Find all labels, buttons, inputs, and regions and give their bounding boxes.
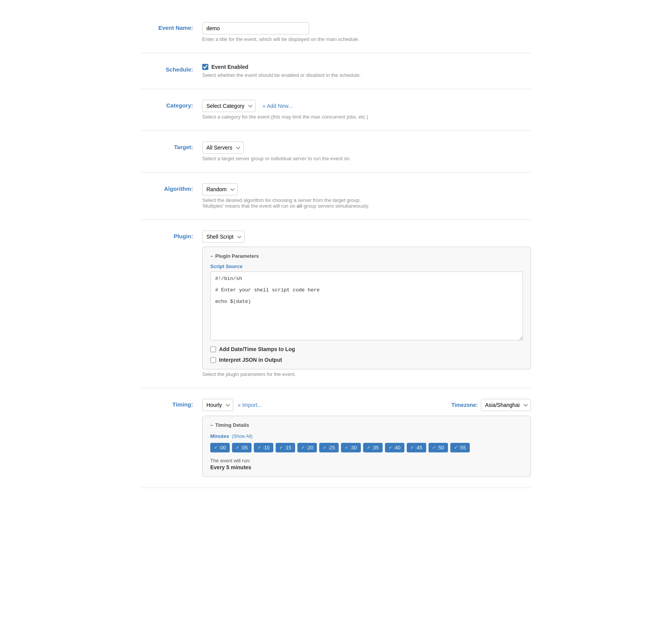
minutes-label: Minutes (Show All) xyxy=(210,433,523,439)
event-name-hint: Enter a title for the event, which will … xyxy=(202,36,531,42)
interpret-json-label: Interpret JSON in Output xyxy=(219,357,282,363)
show-all-link[interactable]: (Show All) xyxy=(232,434,253,439)
timing-select[interactable]: Hourly xyxy=(202,399,233,411)
timing-content: Hourly « Import... Timezone: Asia/Shangh… xyxy=(202,399,531,477)
target-content: All Servers Select a target server group… xyxy=(202,141,531,161)
timezone-select[interactable]: Asia/Shanghai xyxy=(481,399,531,411)
schedule-row: Schedule: Event Enabled Select whether t… xyxy=(141,53,531,89)
minute-button[interactable]: ✓:40 xyxy=(385,443,404,452)
timezone-label: Timezone: xyxy=(451,402,478,408)
script-source-label: Script Source xyxy=(210,263,523,269)
event-will-run: The event will run: Every 5 minutes xyxy=(210,458,523,470)
minute-button[interactable]: ✓:55 xyxy=(450,443,470,452)
interpret-json-row: Interpret JSON in Output xyxy=(210,357,523,363)
category-select[interactable]: Select Category xyxy=(202,100,256,112)
category-hint: Select a category for the event (this ma… xyxy=(202,114,531,120)
algorithm-hint: Select the desired algorithm for choosin… xyxy=(202,197,531,209)
add-date-stamp-label: Add Date/Time Stamps to Log xyxy=(219,346,295,352)
event-enabled-checkbox[interactable] xyxy=(202,64,208,70)
plugin-label: Plugin: xyxy=(141,231,202,239)
category-label: Category: xyxy=(141,100,202,109)
event-name-label: Event Name: xyxy=(141,22,202,31)
minute-button[interactable]: ✓:15 xyxy=(276,443,295,452)
timing-label: Timing: xyxy=(141,399,202,408)
schedule-content: Event Enabled Select whether the event s… xyxy=(202,64,531,78)
plugin-row: Plugin: Shell Script − Plugin Parameters… xyxy=(141,220,531,388)
interpret-json-checkbox[interactable] xyxy=(210,357,216,363)
event-enabled-checkbox-row: Event Enabled xyxy=(202,64,531,70)
minute-button[interactable]: ✓:20 xyxy=(297,443,317,452)
plugin-params-title-text: Plugin Parameters xyxy=(215,253,259,259)
minute-button[interactable]: ✓:10 xyxy=(254,443,273,452)
category-add-new-link[interactable]: « Add New... xyxy=(263,103,293,109)
plugin-hint: Select the plugin parameters for the eve… xyxy=(202,371,531,377)
event-name-content: Enter a title for the event, which will … xyxy=(202,22,531,42)
event-name-row: Event Name: Enter a title for the event,… xyxy=(141,11,531,53)
category-content: Select Category « Add New... Select a ca… xyxy=(202,100,531,120)
add-date-stamp-row: Add Date/Time Stamps to Log xyxy=(210,346,523,352)
category-row: Category: Select Category « Add New... S… xyxy=(141,89,531,131)
algorithm-select[interactable]: Random xyxy=(202,183,238,195)
script-source-textarea[interactable]: #!/bin/sh # Enter your shell script code… xyxy=(210,272,523,340)
minute-buttons-container: ✓:00✓:05✓:10✓:15✓:20✓:25✓:30✓:35✓:40✓:45… xyxy=(210,443,523,452)
target-label: Target: xyxy=(141,141,202,150)
event-name-input[interactable] xyxy=(202,22,309,34)
minute-button[interactable]: ✓:45 xyxy=(407,443,426,452)
timing-import-link[interactable]: « Import... xyxy=(238,402,262,408)
schedule-hint: Select whether the event should be enabl… xyxy=(202,72,531,78)
minute-button[interactable]: ✓:05 xyxy=(232,443,252,452)
minute-button[interactable]: ✓:30 xyxy=(341,443,360,452)
minute-button[interactable]: ✓:00 xyxy=(210,443,230,452)
algorithm-row: Algorithm: Random Select the desired alg… xyxy=(141,172,531,220)
timing-details-title: − Timing Details xyxy=(210,422,523,428)
timing-details-box: − Timing Details Minutes (Show All) ✓:00… xyxy=(202,416,531,477)
minute-button[interactable]: ✓:50 xyxy=(429,443,448,452)
algorithm-label: Algorithm: xyxy=(141,183,202,192)
schedule-label: Schedule: xyxy=(141,64,202,73)
plugin-params-box: − Plugin Parameters Script Source #!/bin… xyxy=(202,247,531,369)
algorithm-content: Random Select the desired algorithm for … xyxy=(202,183,531,209)
target-row: Target: All Servers Select a target serv… xyxy=(141,131,531,172)
minute-button[interactable]: ✓:35 xyxy=(363,443,383,452)
timing-details-collapse-icon[interactable]: − xyxy=(210,423,213,428)
event-enabled-label: Event Enabled xyxy=(211,64,248,70)
add-date-stamp-checkbox[interactable] xyxy=(210,346,216,352)
timezone-group: Timezone: Asia/Shanghai xyxy=(451,399,531,411)
timing-row-content: Hourly « Import... Timezone: Asia/Shangh… xyxy=(202,399,531,411)
plugin-params-collapse-icon[interactable]: − xyxy=(210,254,213,259)
minute-button[interactable]: ✓:25 xyxy=(319,443,339,452)
timing-row: Timing: Hourly « Import... Timezone: Asi… xyxy=(141,388,531,488)
plugin-params-title: − Plugin Parameters xyxy=(210,253,523,259)
target-select[interactable]: All Servers xyxy=(202,141,243,154)
plugin-content: Shell Script − Plugin Parameters Script … xyxy=(202,231,531,377)
plugin-select[interactable]: Shell Script xyxy=(202,231,245,243)
target-hint: Select a target server group or individu… xyxy=(202,156,531,161)
timing-details-title-text: Timing Details xyxy=(215,422,249,428)
event-run-value: Every 5 minutes xyxy=(210,464,523,470)
